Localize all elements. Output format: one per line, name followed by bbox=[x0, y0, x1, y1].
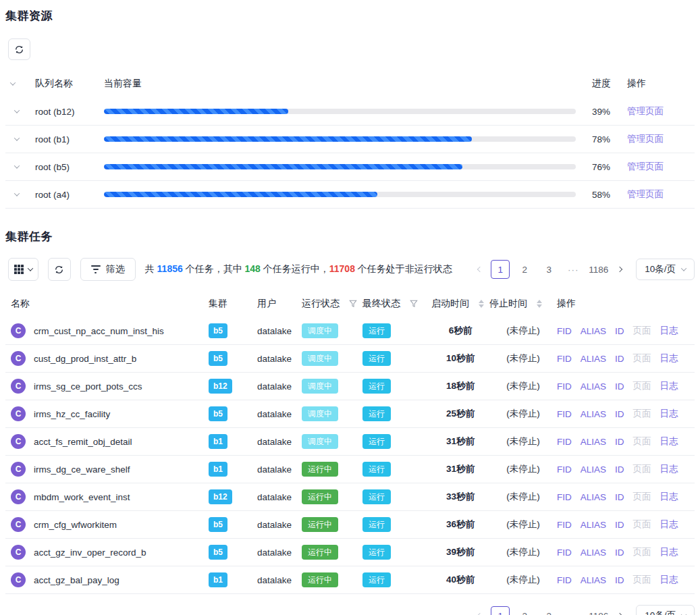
final-state-badge: 运行 bbox=[362, 517, 391, 532]
resources-refresh-button[interactable] bbox=[8, 38, 30, 60]
op-id-link[interactable]: ID bbox=[615, 437, 624, 447]
next-page-button[interactable] bbox=[612, 260, 628, 279]
manage-page-link[interactable]: 管理页面 bbox=[627, 133, 689, 145]
filter-button[interactable]: 筛选 bbox=[80, 258, 136, 281]
sort-icon[interactable] bbox=[537, 300, 542, 308]
progress-value: 78% bbox=[592, 134, 627, 144]
op-log-link[interactable]: 日志 bbox=[660, 352, 678, 365]
manage-page-link[interactable]: 管理页面 bbox=[627, 188, 689, 200]
op-alias-link[interactable]: ALIAS bbox=[581, 464, 606, 475]
col-stop-time-label: 停止时间 bbox=[489, 298, 527, 310]
op-alias-link[interactable]: ALIAS bbox=[581, 409, 606, 419]
op-log-link[interactable]: 日志 bbox=[660, 463, 678, 475]
op-fid-link[interactable]: FID bbox=[557, 354, 572, 364]
prev-page-button[interactable] bbox=[472, 606, 488, 615]
page-button-3[interactable]: 3 bbox=[539, 260, 558, 279]
op-id-link[interactable]: ID bbox=[615, 409, 624, 419]
ops-cell: FIDALIASID页面日志 bbox=[557, 546, 689, 558]
op-fid-link[interactable]: FID bbox=[557, 492, 572, 502]
sort-icon[interactable] bbox=[479, 300, 484, 308]
expand-row-chevron-icon[interactable] bbox=[14, 163, 20, 168]
page-button-3[interactable]: 3 bbox=[539, 606, 558, 615]
page-button-1186[interactable]: 1186 bbox=[588, 606, 609, 615]
filter-funnel-icon[interactable] bbox=[349, 300, 357, 308]
run-state-cell: 调度中 bbox=[302, 434, 362, 449]
cluster-cell: b5 bbox=[209, 545, 257, 560]
page-size-select[interactable]: 10条/页 bbox=[636, 259, 695, 280]
op-fid-link[interactable]: FID bbox=[557, 437, 572, 447]
op-fid-link[interactable]: FID bbox=[557, 547, 572, 558]
page-button-2[interactable]: 2 bbox=[515, 260, 534, 279]
op-alias-link[interactable]: ALIAS bbox=[581, 326, 606, 336]
filter-funnel-icon[interactable] bbox=[410, 300, 418, 308]
cluster-badge: b5 bbox=[209, 406, 227, 421]
op-log-link[interactable]: 日志 bbox=[660, 408, 678, 420]
op-fid-link[interactable]: FID bbox=[557, 464, 572, 475]
op-alias-link[interactable]: ALIAS bbox=[581, 520, 606, 530]
task-avatar: C bbox=[11, 517, 26, 532]
chevron-down-icon bbox=[681, 612, 686, 615]
expand-row-chevron-icon[interactable] bbox=[14, 135, 20, 140]
capacity-bar-fill bbox=[104, 164, 462, 169]
capacity-bar-fill bbox=[104, 136, 472, 142]
op-log-link[interactable]: 日志 bbox=[660, 546, 678, 558]
pagination-bottom: 123···118610条/页 bbox=[472, 605, 695, 615]
op-fid-link[interactable]: FID bbox=[557, 520, 572, 530]
op-fid-link[interactable]: FID bbox=[557, 409, 572, 419]
task-name: irms_dg_ce_ware_shelf bbox=[34, 464, 130, 475]
op-id-link[interactable]: ID bbox=[615, 520, 624, 530]
op-id-link[interactable]: ID bbox=[615, 381, 624, 392]
op-log-link[interactable]: 日志 bbox=[660, 574, 678, 586]
op-id-link[interactable]: ID bbox=[615, 464, 624, 475]
task-table-row: C acct_fs_remit_obj_detail b1 datalake 调… bbox=[5, 428, 695, 456]
run-state-cell: 调度中 bbox=[302, 406, 362, 421]
page-ellipsis[interactable]: ··· bbox=[564, 606, 583, 615]
op-alias-link[interactable]: ALIAS bbox=[581, 492, 606, 502]
op-log-link[interactable]: 日志 bbox=[660, 491, 678, 503]
collapse-all-chevron-icon[interactable] bbox=[10, 80, 16, 85]
op-alias-link[interactable]: ALIAS bbox=[581, 354, 606, 364]
chevron-down-icon bbox=[681, 265, 686, 271]
task-name: mbdm_work_event_inst bbox=[34, 492, 130, 502]
op-log-link[interactable]: 日志 bbox=[660, 380, 678, 392]
op-page-link: 页面 bbox=[633, 325, 651, 337]
op-log-link[interactable]: 日志 bbox=[660, 435, 678, 448]
op-id-link[interactable]: ID bbox=[615, 575, 624, 585]
op-page-link: 页面 bbox=[633, 463, 651, 475]
final-state-badge: 运行 bbox=[362, 323, 391, 338]
manage-page-link[interactable]: 管理页面 bbox=[627, 105, 689, 117]
page-ellipsis[interactable]: ··· bbox=[564, 260, 583, 279]
cluster-badge: b5 bbox=[209, 517, 227, 532]
page-size-value: 10条/页 bbox=[645, 263, 676, 275]
tasks-refresh-button[interactable] bbox=[48, 258, 71, 281]
op-id-link[interactable]: ID bbox=[615, 326, 624, 336]
page-button-1[interactable]: 1 bbox=[491, 606, 510, 615]
column-settings-button[interactable] bbox=[8, 258, 38, 281]
capacity-bar-track bbox=[104, 164, 576, 169]
op-fid-link[interactable]: FID bbox=[557, 381, 572, 392]
op-log-link[interactable]: 日志 bbox=[660, 325, 678, 337]
op-alias-link[interactable]: ALIAS bbox=[581, 381, 606, 392]
expand-row-chevron-icon[interactable] bbox=[14, 107, 20, 113]
op-id-link[interactable]: ID bbox=[615, 492, 624, 502]
op-id-link[interactable]: ID bbox=[615, 354, 624, 364]
op-alias-link[interactable]: ALIAS bbox=[581, 575, 606, 585]
page-button-1[interactable]: 1 bbox=[491, 260, 510, 279]
op-fid-link[interactable]: FID bbox=[557, 575, 572, 585]
prev-page-button[interactable] bbox=[472, 260, 488, 279]
capacity-cell bbox=[104, 136, 592, 142]
page-button-2[interactable]: 2 bbox=[515, 606, 534, 615]
op-alias-link[interactable]: ALIAS bbox=[581, 437, 606, 447]
next-page-button[interactable] bbox=[612, 606, 628, 615]
expand-row-chevron-icon[interactable] bbox=[14, 190, 20, 196]
start-time: 36秒前 bbox=[431, 518, 489, 531]
op-fid-link[interactable]: FID bbox=[557, 326, 572, 336]
op-alias-link[interactable]: ALIAS bbox=[581, 547, 606, 558]
manage-page-link[interactable]: 管理页面 bbox=[627, 161, 689, 173]
cluster-badge: b1 bbox=[209, 434, 227, 449]
op-id-link[interactable]: ID bbox=[615, 547, 624, 558]
cluster-badge: b1 bbox=[209, 462, 227, 477]
page-size-select[interactable]: 10条/页 bbox=[636, 605, 695, 615]
op-log-link[interactable]: 日志 bbox=[660, 518, 678, 531]
page-button-1186[interactable]: 1186 bbox=[588, 260, 609, 279]
